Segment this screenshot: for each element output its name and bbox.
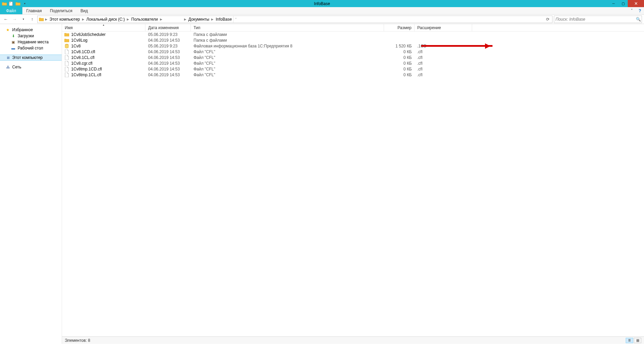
history-dropdown-icon[interactable]: ▾	[20, 16, 27, 23]
help-icon[interactable]: ?	[636, 7, 644, 14]
file-date: 04.06.2019 14:53	[145, 49, 191, 54]
svg-rect-0	[9, 2, 13, 6]
address-bar[interactable]: ▶ Этот компьютер ▶ Локальный диск (C:) ▶…	[37, 16, 552, 23]
file-row[interactable]: 1Cv8Log04.06.2019 14:53Папка с файлами	[62, 37, 644, 43]
folder-icon	[64, 32, 69, 37]
ribbon-file-tab[interactable]: Файл	[0, 7, 22, 14]
column-label: Имя	[65, 25, 73, 30]
file-name: 1Cv8tmp.1CD.cfl	[71, 67, 102, 71]
nav-label: Рабочий стол	[18, 46, 43, 50]
downloads-icon: ⬇	[11, 34, 16, 38]
column-size[interactable]: Размер	[384, 24, 415, 31]
file-size: 0 КБ	[384, 67, 415, 71]
forward-button[interactable]: →	[11, 16, 18, 23]
file-date: 04.06.2019 14:53	[145, 61, 191, 66]
file-icon	[64, 49, 69, 54]
file-row[interactable]: 1Cv8.1CL.cfl04.06.2019 14:53Файл "CFL"0 …	[62, 55, 644, 60]
ribbon-corner: ˅ ?	[628, 7, 644, 14]
up-button[interactable]: ↑	[28, 16, 36, 23]
ribbon-tab-view[interactable]: Вид	[76, 7, 92, 14]
file-row[interactable]: 1Cv8.cgr.cfl04.06.2019 14:53Файл "CFL"0 …	[62, 60, 644, 66]
file-row[interactable]: 1Cv8JobScheduler05.06.2019 9:23Папка с ф…	[62, 32, 644, 37]
window-title: InfoBase	[0, 1, 644, 6]
search-box[interactable]: 🔍	[554, 16, 642, 23]
file-size: 0 КБ	[384, 55, 415, 60]
crumb-sep-icon[interactable]: ▶	[126, 18, 130, 21]
file-ext: .cfl	[415, 72, 472, 77]
nav-desktop[interactable]: ▬ Рабочий стол	[0, 45, 62, 51]
crumb-this-pc[interactable]: Этот компьютер	[48, 17, 81, 22]
network-icon: 🖧	[5, 65, 10, 69]
file-date: 04.06.2019 14:53	[145, 72, 191, 77]
search-input[interactable]	[554, 17, 635, 22]
maximize-button[interactable]: ▢	[618, 0, 628, 7]
nav-network[interactable]: 🖧 Сеть	[0, 64, 62, 70]
crumb-infobase[interactable]: InfoBase	[214, 17, 233, 22]
new-folder-icon[interactable]	[15, 1, 21, 7]
file-type: Файл "CFL"	[191, 72, 384, 77]
file-row[interactable]: 1Cv805.06.2019 9:23Файловая информационн…	[62, 43, 644, 49]
crumb-users[interactable]: Пользователи	[130, 17, 159, 22]
crumb-sep-icon[interactable]: ▶	[81, 18, 85, 21]
file-name: 1Cv8.1CD.cfl	[71, 49, 95, 54]
recent-icon: ▣	[11, 40, 16, 44]
file-date: 05.06.2019 9:23	[145, 32, 191, 37]
file-row[interactable]: 1Cv8tmp.1CL.cfl04.06.2019 14:53Файл "CFL…	[62, 72, 644, 78]
nav-label: Недавние места	[18, 40, 48, 44]
ribbon-tab-share[interactable]: Поделиться	[46, 7, 76, 14]
nav-recent[interactable]: ▣ Недавние места	[0, 39, 62, 45]
column-extension[interactable]: Расширение	[415, 24, 472, 31]
file-size: 0 КБ	[384, 49, 415, 54]
icons-view-button[interactable]: ▦	[634, 338, 641, 343]
computer-icon: 🖥	[5, 55, 10, 60]
column-date[interactable]: Дата изменения	[145, 24, 191, 31]
search-icon[interactable]: 🔍	[635, 17, 642, 22]
nav-downloads[interactable]: ⬇ Загрузки	[0, 33, 62, 39]
ribbon-tab-home[interactable]: Главная	[22, 7, 46, 14]
navigation-pane: ★ Избранное ⬇ Загрузки ▣ Недавние места …	[0, 24, 62, 344]
properties-icon[interactable]	[8, 1, 14, 7]
file-rows: 1Cv8JobScheduler05.06.2019 9:23Папка с ф…	[62, 32, 644, 344]
minimize-button[interactable]: ─	[609, 0, 618, 7]
column-label: Дата изменения	[148, 25, 179, 30]
desktop-icon: ▬	[11, 46, 16, 50]
details-view-button[interactable]: ≣	[626, 338, 633, 343]
file-row[interactable]: 1Cv8.1CD.cfl04.06.2019 14:53Файл "CFL"0 …	[62, 49, 644, 55]
crumb-sep-icon[interactable]: ▶	[44, 18, 48, 21]
address-dropdown-icon[interactable]: ˅	[233, 16, 239, 23]
column-label: Тип	[194, 25, 200, 30]
back-button[interactable]: ←	[2, 16, 9, 23]
column-type[interactable]: Тип	[191, 24, 384, 31]
nav-this-pc[interactable]: 🖥 Этот компьютер	[0, 55, 62, 61]
refresh-button[interactable]: ⟳	[544, 17, 551, 22]
ribbon-expand-icon[interactable]: ˅	[628, 7, 636, 14]
file-name: 1Cv8tmp.1CL.cfl	[71, 72, 101, 77]
file-ext: .cfl	[415, 61, 472, 66]
file-type: Файловая информационная база 1С:Предприя…	[191, 44, 384, 48]
crumb-sep-icon[interactable]: ▶	[183, 18, 187, 21]
crumb-drive-c[interactable]: Локальный диск (C:)	[85, 17, 126, 22]
qat-dropdown-icon[interactable]: ▾	[22, 1, 28, 7]
file-name: 1Cv8.cgr.cfl	[71, 61, 93, 66]
svg-rect-1	[10, 2, 11, 3]
file-date: 04.06.2019 14:53	[145, 67, 191, 71]
crumb-documents[interactable]: Документы	[187, 17, 211, 22]
file-size: 0 КБ	[384, 72, 415, 77]
file-name: 1Cv8	[71, 44, 81, 48]
file-name: 1Cv8JobScheduler	[71, 32, 105, 37]
nav-label: Избранное	[12, 27, 33, 32]
nav-favorites-header[interactable]: ★ Избранное	[0, 27, 62, 33]
crumb-sep-icon[interactable]: ▶	[159, 18, 163, 21]
quick-access-toolbar: ▾	[0, 1, 28, 7]
column-name[interactable]: Имя ▲	[62, 24, 145, 31]
nav-label: Загрузки	[18, 34, 34, 38]
file-icon	[64, 66, 69, 71]
ribbon: Файл Главная Поделиться Вид ˅ ?	[0, 7, 644, 15]
close-button[interactable]: ✕	[628, 0, 644, 7]
file-ext: .cfl	[415, 67, 472, 71]
file-row[interactable]: 1Cv8tmp.1CD.cfl04.06.2019 14:53Файл "CFL…	[62, 66, 644, 72]
crumb-sep-icon[interactable]: ▶	[210, 18, 214, 21]
column-label: Расширение	[417, 25, 441, 30]
file-icon	[64, 61, 69, 66]
file-icon	[64, 72, 69, 77]
